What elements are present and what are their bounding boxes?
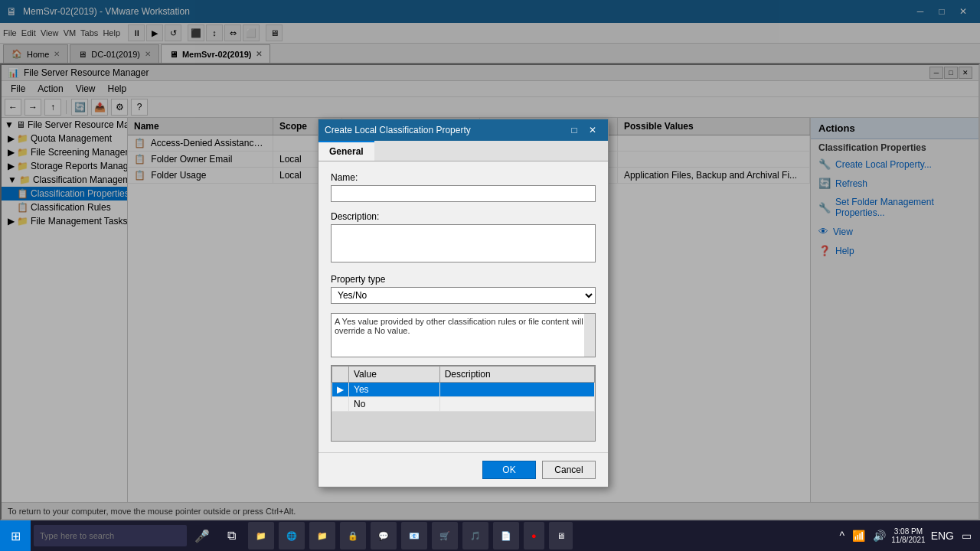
taskbar-app-media[interactable]: 🎵 [462, 522, 488, 549]
taskbar-items: ⧉ 📁 🌐 📁 🔒 💬 📧 🛒 🎵 📄 ● [217, 522, 574, 549]
taskbar-app-red[interactable]: ● [524, 522, 544, 549]
taskview-btn[interactable]: ⧉ [217, 522, 245, 549]
property-type-form-group: Property type Yes/No String Integer Date… [331, 274, 596, 304]
start-button[interactable]: ⊞ [0, 520, 31, 551]
store-icon: 🛒 [439, 531, 450, 541]
cancel-button[interactable]: Cancel [542, 461, 596, 479]
name-input[interactable] [331, 185, 596, 202]
tray-show-desktop[interactable]: ▭ [959, 530, 974, 542]
taskbar-app-messaging[interactable]: 💬 [371, 522, 397, 549]
taskbar-app-store[interactable]: 🛒 [432, 522, 458, 549]
tray-clock[interactable]: 3:08 PM 11/8/2021 [891, 527, 926, 544]
taskbar-app-mail[interactable]: 📧 [401, 522, 427, 549]
arrow-cell: ▶ [332, 383, 349, 397]
files-icon: 📁 [317, 531, 328, 541]
explorer-icon: 📁 [256, 531, 266, 541]
dialog-body: Name: Description: Property type Yes/No … [318, 161, 608, 452]
messaging-icon: 💬 [378, 531, 389, 541]
name-label: Name: [331, 172, 596, 183]
security-icon: 🔒 [348, 531, 358, 541]
taskbar-app-files[interactable]: 📁 [309, 522, 335, 549]
tray-time-display: 3:08 PM [891, 527, 926, 536]
dialog-footer: OK Cancel [318, 452, 608, 487]
value-col-header: Value [349, 367, 440, 383]
desc-scrollbar[interactable] [584, 314, 595, 357]
tray-network[interactable]: 📶 [850, 530, 867, 542]
values-table: Value Description ▶ Yes No [332, 366, 595, 412]
values-table-header: Value Description [332, 367, 595, 383]
taskbar-app-vmware[interactable]: 🖥 [549, 522, 573, 549]
ok-button[interactable]: OK [482, 461, 536, 479]
red-app-icon: ● [531, 531, 537, 540]
taskbar-app-security[interactable]: 🔒 [340, 522, 366, 549]
create-classification-dialog: Create Local Classification Property □ ✕… [318, 119, 609, 487]
taskbar: ⊞ 🎤 ⧉ 📁 🌐 📁 🔒 💬 📧 🛒 🎵 📄 [0, 520, 980, 551]
property-type-select[interactable]: Yes/No String Integer Date-time Multi-ch… [331, 287, 596, 304]
tray-language[interactable]: ENG [929, 530, 956, 542]
values-container: Value Description ▶ Yes No [331, 365, 596, 442]
value-cell-yes: Yes [349, 383, 440, 397]
dialog-maximize-btn[interactable]: □ [565, 122, 583, 139]
description-input[interactable] [331, 224, 596, 262]
taskbar-tray: ^ 📶 🔊 3:08 PM 11/8/2021 ENG ▭ [838, 527, 980, 544]
desc-cell-yes [439, 383, 594, 397]
table-row[interactable]: No [332, 397, 595, 412]
tab-general[interactable]: General [318, 141, 374, 161]
tray-sound[interactable]: 🔊 [871, 530, 888, 542]
description-form-group: Description: [331, 211, 596, 265]
tray-arrow[interactable]: ^ [838, 530, 848, 542]
property-type-label: Property type [331, 274, 596, 285]
taskbar-app-pdf[interactable]: 📄 [493, 522, 519, 549]
media-icon: 🎵 [470, 531, 481, 541]
property-type-description: A Yes value provided by other classifica… [331, 313, 596, 357]
vmware-icon: 🖥 [557, 531, 565, 540]
dialog-title: Create Local Classification Property [325, 125, 565, 135]
arrow-col-header [332, 367, 349, 383]
pdf-icon: 📄 [501, 531, 511, 541]
mail-icon: 📧 [409, 531, 420, 541]
taskbar-app-explorer[interactable]: 📁 [248, 522, 274, 549]
dialog-close-btn[interactable]: ✕ [583, 122, 602, 139]
desc-cell-no [439, 397, 594, 412]
dialog-tabs: General [318, 141, 608, 161]
table-row[interactable]: ▶ Yes [332, 383, 595, 397]
name-form-group: Name: [331, 172, 596, 202]
type-description-container: A Yes value provided by other classifica… [331, 313, 596, 357]
arrow-cell-no [332, 397, 349, 412]
values-empty-area [332, 412, 595, 442]
tray-date-display: 11/8/2021 [891, 536, 926, 544]
taskbar-search[interactable] [34, 525, 187, 546]
description-label: Description: [331, 211, 596, 222]
chrome-icon: 🌐 [286, 531, 297, 541]
description-col-header: Description [439, 367, 594, 383]
taskbar-app-chrome[interactable]: 🌐 [279, 522, 305, 549]
dialog-titlebar: Create Local Classification Property □ ✕ [318, 119, 608, 141]
value-cell-no: No [349, 397, 440, 412]
microphone-icon[interactable]: 🎤 [190, 529, 214, 543]
